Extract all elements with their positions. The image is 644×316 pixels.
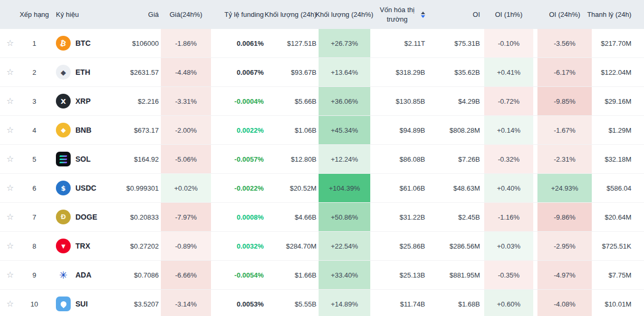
symbol-cell: ◆ BNB: [47, 116, 119, 144]
oi-1h-pct-cell: -1.16%: [484, 203, 537, 231]
liquidation-24h-value: $20.64M: [592, 203, 644, 231]
price-24h-pct-value: -4.48%: [161, 58, 211, 86]
table-header: Xếp hạng Ký hiệu Giá Giá(24h%) Tỷ lệ fun…: [0, 0, 644, 29]
favorite-star-icon[interactable]: ☆: [6, 184, 14, 192]
table-row[interactable]: ☆ 3 X XRP $2.216 -3.31% -0.0004% $5.66B …: [0, 87, 644, 116]
symbol-cell: X XRP: [47, 87, 119, 115]
price-24h-pct-cell: -3.31%: [161, 87, 211, 115]
funding-rate-cell: -0.0057%: [211, 145, 269, 173]
table-row[interactable]: ☆ 7 Ð DOGE $0.20833 -7.97% 0.0008% $4.66…: [0, 203, 644, 232]
funding-rate-cell: 0.0061%: [211, 29, 269, 57]
funding-rate-cell: -0.0004%: [211, 87, 269, 115]
favorite-star-icon[interactable]: ☆: [6, 213, 14, 221]
volume-24h-pct-cell: +12.24%: [319, 145, 370, 173]
market-cap-value: $94.89B: [370, 116, 432, 144]
sort-icon[interactable]: [421, 12, 425, 18]
symbol-label[interactable]: SOL: [75, 155, 91, 163]
market-cap-value: $2.11T: [370, 29, 432, 57]
volume-24h-pct-value: +13.64%: [319, 58, 370, 86]
favorite-star-icon[interactable]: ☆: [6, 155, 14, 163]
oi-value: $1.68B: [432, 290, 484, 316]
symbol-label[interactable]: BTC: [75, 39, 91, 47]
rank-value: 10: [21, 290, 47, 316]
oi-1h-pct-value: -1.16%: [484, 203, 533, 231]
sort-desc-icon: [421, 15, 425, 18]
favorite-star-icon[interactable]: ☆: [6, 97, 14, 105]
price-value: $0.7086: [119, 261, 161, 289]
col-header-oi-24h-pct[interactable]: OI (24h%): [537, 0, 592, 29]
symbol-label[interactable]: XRP: [75, 97, 91, 105]
col-header-liquidation-24h[interactable]: Thanh lý (24h): [592, 0, 644, 29]
col-header-oi[interactable]: OI: [432, 0, 484, 29]
price-24h-pct-cell: -2.00%: [161, 116, 211, 144]
oi-value: $35.62B: [432, 58, 484, 86]
col-header-oi-1h-pct[interactable]: OI (1h%): [484, 0, 537, 29]
market-cap-value: $31.22B: [370, 203, 432, 231]
oi-value: $808.28M: [432, 116, 484, 144]
favorite-star-icon[interactable]: ☆: [6, 68, 14, 76]
favorite-star-icon[interactable]: ☆: [6, 126, 14, 134]
market-cap-value: $318.29B: [370, 58, 432, 86]
col-header-price[interactable]: Giá: [119, 0, 161, 29]
symbol-label[interactable]: USDC: [75, 184, 97, 192]
favorite-star-icon[interactable]: ☆: [6, 271, 14, 279]
col-header-funding-rate[interactable]: Tỷ lệ funding: [211, 0, 269, 29]
oi-24h-pct-value: -2.31%: [537, 145, 592, 173]
col-header-price-24h-pct[interactable]: Giá(24h%): [161, 0, 211, 29]
col-header-volume-24h-pct[interactable]: Khối lượng (24h%): [319, 0, 370, 29]
favorite-star-icon[interactable]: ☆: [6, 242, 14, 250]
price-24h-pct-value: -5.06%: [161, 145, 211, 173]
coin-icon-sol: [56, 152, 71, 166]
table-row[interactable]: ☆ 1 ₿ BTC $106000 -1.86% 0.0061% $127.51…: [0, 29, 644, 58]
sort-asc-icon: [421, 12, 425, 14]
oi-24h-pct-value: -2.95%: [537, 232, 592, 260]
coin-icon-eth: ◆: [56, 65, 71, 80]
table-row[interactable]: ☆ 9 ✳ ADA $0.7086 -6.66% -0.0054% $1.66B…: [0, 261, 644, 290]
symbol-label[interactable]: DOGE: [75, 213, 97, 221]
symbol-label[interactable]: BNB: [75, 126, 91, 134]
symbol-cell: $ USDC: [47, 174, 119, 202]
oi-1h-pct-value: -0.10%: [484, 29, 533, 57]
price-24h-pct-value: -3.14%: [161, 290, 211, 316]
oi-1h-pct-cell: +0.03%: [484, 232, 537, 260]
funding-rate-value: -0.0054%: [234, 271, 264, 279]
funding-rate-value: 0.0053%: [237, 300, 264, 308]
coin-icon-xrp: X: [56, 94, 71, 108]
symbol-cell: ▼ TRX: [47, 232, 119, 260]
table-row[interactable]: ☆ 10 SUI $3.5207 -3.14% 0.0053% $5.55B +…: [0, 290, 644, 316]
price-24h-pct-value: -3.31%: [161, 87, 211, 115]
oi-24h-pct-value: -4.97%: [537, 261, 592, 289]
table-row[interactable]: ☆ 5 SOL $164.92 -5.06% -0.0057% $12.80B …: [0, 145, 644, 174]
table-row[interactable]: ☆ 4 ◆ BNB $673.17 -2.00% 0.0022% $1.06B …: [0, 116, 644, 145]
favorite-cell: ☆: [0, 174, 21, 202]
col-header-rank[interactable]: Xếp hạng: [21, 0, 47, 29]
table-row[interactable]: ☆ 8 ▼ TRX $0.27202 -0.89% 0.0032% $284.7…: [0, 232, 644, 261]
favorite-star-icon[interactable]: ☆: [6, 300, 14, 308]
crypto-futures-table: Xếp hạng Ký hiệu Giá Giá(24h%) Tỷ lệ fun…: [0, 0, 644, 316]
oi-1h-pct-cell: -0.72%: [484, 87, 537, 115]
volume-24h-pct-value: +22.54%: [319, 232, 370, 260]
symbol-cell: ₿ BTC: [47, 29, 119, 57]
table-row[interactable]: ☆ 2 ◆ ETH $2631.57 -4.48% 0.0067% $93.67…: [0, 58, 644, 87]
favorite-cell: ☆: [0, 29, 21, 57]
market-cap-value: $86.08B: [370, 145, 432, 173]
rank-value: 1: [21, 29, 47, 57]
col-header-symbol[interactable]: Ký hiệu: [47, 0, 119, 29]
symbol-label[interactable]: ADA: [75, 271, 91, 279]
symbol-label[interactable]: ETH: [75, 68, 90, 76]
rank-value: 9: [21, 261, 47, 289]
table-row[interactable]: ☆ 6 $ USDC $0.999301 +0.02% -0.0022% $20…: [0, 174, 644, 203]
liquidation-24h-value: $7.75M: [592, 261, 644, 289]
volume-24h-value: $1.66B: [269, 261, 319, 289]
oi-1h-pct-cell: +0.40%: [484, 174, 537, 202]
oi-value: $286.56M: [432, 232, 484, 260]
col-header-volume-24h[interactable]: Khối lượng (24h): [269, 0, 319, 29]
volume-24h-value: $1.06B: [269, 116, 319, 144]
symbol-label[interactable]: SUI: [75, 300, 88, 308]
symbol-label[interactable]: TRX: [75, 242, 90, 250]
price-value: $2.216: [119, 87, 161, 115]
col-header-market-cap[interactable]: Vốn hóa thị trường: [370, 0, 432, 29]
price-24h-pct-cell: +0.02%: [161, 174, 211, 202]
favorite-star-icon[interactable]: ☆: [6, 39, 14, 47]
volume-24h-value: $4.66B: [269, 203, 319, 231]
